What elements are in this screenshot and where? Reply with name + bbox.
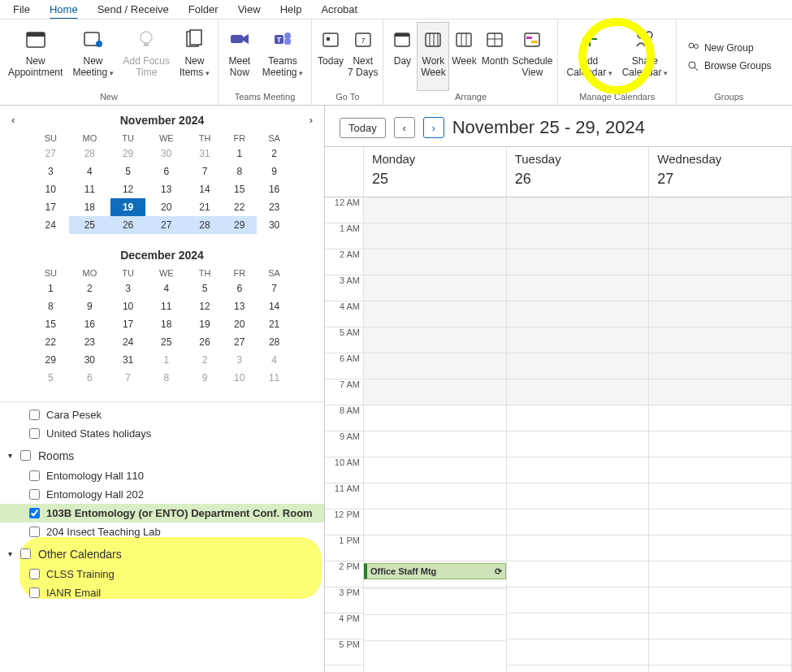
mini-calendar-day[interactable]: 9: [188, 369, 223, 387]
mini-calendar-day[interactable]: 6: [222, 280, 257, 297]
mini-calendar-day[interactable]: 30: [69, 351, 111, 369]
time-slot[interactable]: [649, 327, 791, 353]
share-calendar-button[interactable]: Share Calendar: [617, 23, 673, 90]
other-calendars-group-header[interactable]: ▾ Other Calendars: [0, 541, 324, 565]
mini-calendar-day[interactable]: 4: [145, 280, 188, 297]
next-week-button[interactable]: ›: [423, 117, 444, 138]
time-slot[interactable]: [507, 535, 649, 561]
time-slot[interactable]: [507, 613, 649, 639]
time-slot[interactable]: [507, 353, 649, 379]
mini-calendar-day[interactable]: 4: [257, 351, 292, 369]
calendar-checkbox[interactable]: [29, 489, 40, 500]
time-slot[interactable]: [507, 587, 649, 613]
mini-calendar-day[interactable]: 4: [69, 163, 111, 180]
add-calendar-button[interactable]: Add Calendar: [561, 23, 617, 90]
mini-calendar-day[interactable]: 13: [145, 180, 188, 198]
mini-calendar-day[interactable]: 9: [257, 163, 292, 180]
menu-acrobat[interactable]: Acrobat: [311, 1, 367, 18]
meet-now-button[interactable]: Meet Now: [222, 23, 258, 90]
time-slot[interactable]: [507, 379, 649, 405]
time-slot[interactable]: [364, 379, 506, 405]
mini-calendar-day[interactable]: 17: [110, 315, 145, 333]
mini-calendar-day[interactable]: 24: [110, 333, 145, 351]
calendar-list-item[interactable]: United States holidays: [0, 424, 324, 443]
other-group-checkbox[interactable]: [20, 548, 31, 559]
mini-calendar-day[interactable]: 30: [145, 145, 188, 163]
time-slot[interactable]: [507, 223, 649, 249]
mini-calendar-day[interactable]: 5: [32, 369, 69, 387]
time-slot[interactable]: [649, 223, 791, 249]
mini-calendar-day[interactable]: 3: [32, 163, 69, 180]
mini-calendar-day[interactable]: 8: [145, 369, 188, 387]
new-group-button[interactable]: New Group: [685, 39, 773, 57]
time-slot[interactable]: [507, 301, 649, 327]
mini-calendar-day[interactable]: 19: [188, 315, 223, 333]
mini-calendar-day[interactable]: 1: [145, 351, 188, 369]
menu-send-receive[interactable]: Send / Receive: [88, 1, 179, 18]
time-slot[interactable]: [507, 639, 649, 665]
mini-calendar-day[interactable]: 8: [32, 297, 69, 315]
mini-calendar-day[interactable]: 11: [69, 180, 111, 198]
time-slot[interactable]: [649, 613, 791, 639]
mini-calendar-november[interactable]: ‹ November 2024 › SUMOTUWETHFRSA27282930…: [32, 114, 292, 234]
time-slot[interactable]: [507, 327, 649, 353]
mini-calendar-day[interactable]: 15: [32, 315, 69, 333]
time-slot[interactable]: [649, 197, 791, 223]
calendar-checkbox[interactable]: [29, 410, 40, 420]
calendar-event[interactable]: Office Staff Mtg⟳: [364, 563, 506, 579]
calendar-list-item[interactable]: IANR Email: [0, 583, 324, 602]
time-slot[interactable]: [649, 561, 791, 587]
mini-calendar-day[interactable]: 30: [257, 216, 292, 234]
add-focus-time-button[interactable]: Add Focus Time: [119, 23, 175, 90]
mini-calendar-day[interactable]: 26: [110, 216, 145, 234]
mini-calendar-day[interactable]: 29: [110, 145, 145, 163]
calendar-checkbox[interactable]: [29, 508, 40, 518]
mini-calendar-day[interactable]: 27: [222, 333, 257, 351]
mini-calendar-day[interactable]: 23: [257, 198, 292, 216]
today-button[interactable]: Today: [315, 23, 346, 90]
mini-calendar-day[interactable]: 15: [222, 180, 257, 198]
mini-calendar-day[interactable]: 9: [69, 297, 111, 315]
time-slot[interactable]: [649, 535, 791, 561]
teams-meeting-button[interactable]: T Teams Meeting: [258, 23, 308, 90]
time-slot[interactable]: [507, 509, 649, 535]
menu-folder[interactable]: Folder: [179, 1, 228, 18]
mini-calendar-day[interactable]: 26: [188, 333, 223, 351]
calendar-checkbox[interactable]: [29, 587, 40, 598]
time-slot[interactable]: [507, 197, 649, 223]
time-slot[interactable]: [649, 275, 791, 301]
calendar-list-item[interactable]: 103B Entomology (or ENTO) Department Con…: [0, 504, 324, 522]
time-slot[interactable]: [507, 457, 649, 483]
mini-calendar-day[interactable]: 1: [32, 280, 69, 297]
calendar-list-item[interactable]: 204 Insect Teaching Lab: [0, 522, 324, 541]
mini-calendar-day[interactable]: 1: [222, 145, 257, 163]
menu-view[interactable]: View: [228, 1, 270, 18]
time-slot[interactable]: [364, 275, 506, 301]
mini-calendar-day[interactable]: 21: [188, 198, 223, 216]
mini-calendar-day[interactable]: 7: [110, 369, 145, 387]
mini-calendar-day[interactable]: 2: [257, 145, 292, 163]
time-slot[interactable]: [649, 483, 791, 509]
time-slot[interactable]: [364, 223, 506, 249]
calendar-checkbox[interactable]: [29, 470, 40, 481]
calendar-list-item[interactable]: Entomology Hall 202: [0, 485, 324, 504]
mini-calendar-day[interactable]: 16: [257, 180, 292, 198]
mini-calendar-day[interactable]: 22: [222, 198, 257, 216]
time-slot[interactable]: [364, 535, 506, 561]
time-slot[interactable]: [649, 249, 791, 275]
calendar-checkbox[interactable]: [29, 569, 40, 579]
time-slot[interactable]: [364, 353, 506, 379]
month-view-button[interactable]: Month: [479, 23, 510, 90]
mini-calendar-day[interactable]: 22: [32, 333, 69, 351]
schedule-view-button[interactable]: Schedule View: [510, 23, 554, 90]
mini-calendar-day[interactable]: 5: [110, 163, 145, 180]
time-slot[interactable]: [364, 327, 506, 353]
time-slot[interactable]: Office Staff Mtg⟳: [364, 563, 506, 589]
mini-calendar-day[interactable]: 28: [257, 333, 292, 351]
mini-calendar-december[interactable]: December 2024 SUMOTUWETHFRSA123456789101…: [32, 249, 292, 387]
new-meeting-button[interactable]: New Meeting: [67, 23, 118, 90]
time-slot[interactable]: [364, 197, 506, 223]
time-slot[interactable]: [649, 587, 791, 613]
menu-help[interactable]: Help: [270, 1, 312, 18]
today-nav-button[interactable]: Today: [340, 118, 386, 138]
